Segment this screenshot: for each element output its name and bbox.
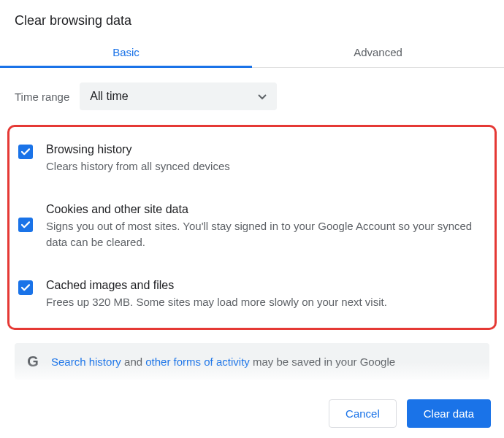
dialog-title: Clear browsing data bbox=[0, 0, 504, 36]
item-cookies: Cookies and other site data Signs you ou… bbox=[15, 196, 489, 258]
tab-advanced[interactable]: Advanced bbox=[252, 36, 504, 67]
item-title: Cookies and other site data bbox=[46, 203, 486, 216]
item-browsing-history: Browsing history Clears history from all… bbox=[15, 136, 489, 182]
checkbox-cache[interactable] bbox=[18, 280, 33, 295]
time-range-value: All time bbox=[90, 90, 128, 103]
info-text: Search history and other forms of activi… bbox=[51, 356, 395, 368]
clear-data-button[interactable]: Clear data bbox=[407, 399, 491, 428]
info-mid: and bbox=[121, 356, 145, 368]
link-other-activity[interactable]: other forms of activity bbox=[145, 356, 250, 368]
item-title: Browsing history bbox=[46, 143, 486, 156]
item-cache: Cached images and files Frees up 320 MB.… bbox=[15, 272, 489, 318]
dialog-content: Time range All time Browsing history Cle… bbox=[0, 68, 504, 394]
checkbox-cookies[interactable] bbox=[18, 218, 33, 232]
google-icon: G bbox=[25, 353, 41, 369]
time-range-label: Time range bbox=[15, 91, 69, 103]
item-desc: Frees up 320 MB. Some sites may load mor… bbox=[46, 294, 486, 311]
info-tail: may be saved in your Google bbox=[250, 356, 395, 368]
highlight-box: Browsing history Clears history from all… bbox=[7, 125, 497, 330]
checkbox-browsing-history[interactable] bbox=[18, 145, 33, 159]
tab-basic[interactable]: Basic bbox=[0, 36, 252, 67]
dialog-footer: Cancel Clear data bbox=[329, 399, 491, 428]
tabs: Basic Advanced bbox=[0, 36, 504, 68]
item-desc: Clears history from all synced devices bbox=[46, 158, 486, 175]
chevron-down-icon bbox=[258, 91, 267, 102]
time-range-select[interactable]: All time bbox=[80, 82, 277, 110]
link-search-history[interactable]: Search history bbox=[51, 356, 121, 368]
cancel-button[interactable]: Cancel bbox=[329, 399, 397, 428]
item-title: Cached images and files bbox=[46, 279, 486, 292]
time-range-row: Time range All time bbox=[15, 82, 489, 110]
item-desc: Signs you out of most sites. You'll stay… bbox=[46, 218, 486, 251]
info-row: G Search history and other forms of acti… bbox=[15, 343, 489, 380]
